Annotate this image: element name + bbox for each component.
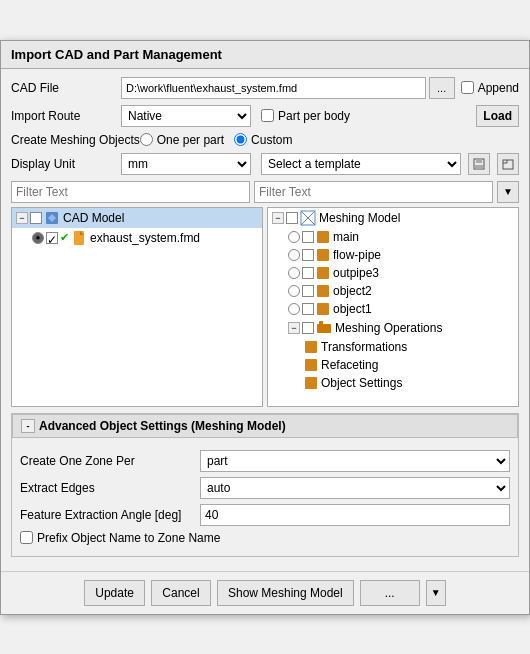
cad-model-label: CAD Model [63,211,124,225]
part-per-body-label: Part per body [261,109,350,123]
advanced-section-title: Advanced Object Settings (Meshing Model) [39,419,286,433]
one-per-part-radio[interactable] [140,133,153,146]
browse-button[interactable]: ... [429,77,455,99]
create-zone-select[interactable]: part face body [200,450,510,472]
cad-model-root[interactable]: − CAD Model [12,208,262,228]
more-dropdown-button[interactable]: ▼ [426,580,446,606]
meshing-main-label: main [333,230,359,244]
meshing-object2-dot[interactable] [288,285,300,297]
object-settings-item[interactable]: Object Settings [268,374,518,392]
meshing-flowpipe-item[interactable]: flow-pipe [268,246,518,264]
meshing-operations-item[interactable]: − Meshing Operations [268,318,518,338]
meshing-model-root[interactable]: − Meshing Model [268,208,518,228]
meshing-flowpipe-check[interactable] [302,249,314,261]
transformations-icon [304,340,318,354]
custom-radio-label: Custom [234,133,292,147]
prefix-object-label: Prefix Object Name to Zone Name [20,531,220,545]
more-button[interactable]: ... [360,580,420,606]
advanced-section: - Advanced Object Settings (Meshing Mode… [11,413,519,557]
filter-options-button[interactable]: ▼ [497,181,519,203]
meshing-object2-check[interactable] [302,285,314,297]
cad-file-input[interactable] [121,77,426,99]
dialog-title: Import CAD and Part Management [1,41,529,69]
import-cad-dialog: Import CAD and Part Management CAD File … [0,40,530,615]
advanced-collapse-button[interactable]: - [21,419,35,433]
extract-edges-select[interactable]: auto yes no [200,477,510,499]
template-select[interactable]: Select a template [261,153,461,175]
meshing-object2-icon [316,284,330,298]
custom-radio[interactable] [234,133,247,146]
cad-file-label: exhaust_system.fmd [90,231,200,245]
load-icon [502,158,514,170]
svg-rect-8 [317,231,329,243]
update-button[interactable]: Update [84,580,145,606]
part-per-body-checkbox[interactable] [261,109,274,122]
import-route-select[interactable]: Native [121,105,251,127]
meshing-outpipe3-label: outpipe3 [333,266,379,280]
feature-angle-input[interactable] [200,504,510,526]
cad-model-checkbox[interactable] [30,212,42,224]
refaceting-item[interactable]: Refaceting [268,356,518,374]
transformations-item[interactable]: Transformations [268,338,518,356]
save-template-button[interactable] [468,153,490,175]
meshing-model-icon [300,210,316,226]
meshing-ops-label: Meshing Operations [335,321,442,335]
cad-model-expand[interactable]: − [16,212,28,224]
meshing-flowpipe-dot[interactable] [288,249,300,261]
left-filter-input[interactable] [11,181,250,203]
display-unit-label: Display Unit [11,157,121,171]
display-unit-select[interactable]: mm cm m [121,153,251,175]
meshing-main-icon [316,230,330,244]
cad-file-item[interactable]: ● ✓ ✔ exhaust_system.fmd [12,228,262,248]
meshing-main-check[interactable] [302,231,314,243]
cancel-button[interactable]: Cancel [151,580,211,606]
cad-model-tree: − CAD Model ● ✓ ✔ [11,207,263,407]
cad-file-icon [71,230,87,246]
svg-rect-13 [317,324,331,333]
meshing-main-item[interactable]: main [268,228,518,246]
meshing-outpipe3-item[interactable]: outpipe3 [268,264,518,282]
meshing-flowpipe-icon [316,248,330,262]
cad-file-check-icon: ✔ [60,231,69,244]
svg-rect-1 [476,159,482,163]
meshing-object2-label: object2 [333,284,372,298]
meshing-model-tree: − Meshing Model main [267,207,519,407]
meshing-object1-dot[interactable] [288,303,300,315]
import-route-label: Import Route [11,109,121,123]
show-meshing-button[interactable]: Show Meshing Model [217,580,354,606]
svg-rect-17 [305,377,317,389]
svg-rect-12 [317,303,329,315]
meshing-model-checkbox[interactable] [286,212,298,224]
svg-rect-9 [317,249,329,261]
advanced-section-header: - Advanced Object Settings (Meshing Mode… [12,414,518,438]
save-icon [473,158,485,170]
meshing-object1-item[interactable]: object1 [268,300,518,318]
meshing-model-expand[interactable]: − [272,212,284,224]
right-filter-input[interactable] [254,181,493,203]
cad-file-checkbox[interactable]: ✓ [46,232,58,244]
meshing-main-dot[interactable] [288,231,300,243]
svg-rect-10 [317,267,329,279]
refaceting-icon [304,358,318,372]
load-button[interactable]: Load [476,105,519,127]
meshing-object2-item[interactable]: object2 [268,282,518,300]
meshing-outpipe3-dot[interactable] [288,267,300,279]
meshing-ops-expand[interactable]: − [288,322,300,334]
meshing-ops-check[interactable] [302,322,314,334]
svg-rect-16 [305,359,317,371]
svg-rect-15 [305,341,317,353]
append-checkbox[interactable] [461,81,474,94]
meshing-model-label: Meshing Model [319,211,400,225]
prefix-object-checkbox[interactable] [20,531,33,544]
cad-file-dot[interactable]: ● [32,232,44,244]
meshing-object1-check[interactable] [302,303,314,315]
meshing-object1-icon [316,302,330,316]
refaceting-label: Refaceting [321,358,378,372]
cad-model-icon [44,210,60,226]
object-settings-icon [304,376,318,390]
load-template-button[interactable] [497,153,519,175]
meshing-object1-label: object1 [333,302,372,316]
meshing-outpipe3-icon [316,266,330,280]
meshing-outpipe3-check[interactable] [302,267,314,279]
one-per-part-radio-label: One per part [140,133,224,147]
